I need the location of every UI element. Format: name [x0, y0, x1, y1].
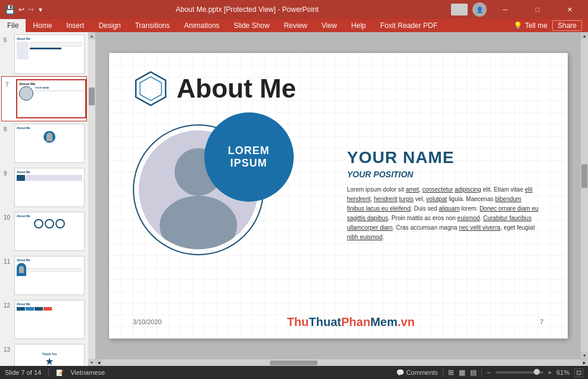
brand-vn: .vn: [397, 315, 415, 328]
slide-panel: 6 About Me: [0, 32, 95, 366]
title-bar: 💾 ↩ ↪ ▼ About Me.pptx [Protected View] -…: [0, 0, 588, 19]
zoom-level: 61%: [556, 369, 570, 376]
zoom-thumb: [534, 369, 540, 375]
h-scroll-track: [102, 360, 581, 366]
tab-insert[interactable]: Insert: [59, 19, 91, 32]
ribbon-right: 💡 Tell me Share: [514, 20, 588, 31]
slide-num-9: 9: [4, 170, 12, 177]
body-text: Lorem ipsum dolor sit amet, consectetur …: [347, 185, 550, 242]
slide-num-12: 12: [4, 302, 12, 309]
tab-foxit[interactable]: Foxit Reader PDF: [373, 19, 444, 32]
language-label: Vietnamese: [70, 369, 105, 376]
tab-view[interactable]: View: [315, 19, 344, 32]
slide-num-10: 10: [4, 214, 12, 221]
undo-icon[interactable]: ↩: [18, 5, 24, 14]
scroll-thumb: [89, 87, 95, 105]
brand-phan: Phan: [341, 315, 371, 328]
tell-me-box[interactable]: 💡 Tell me: [514, 21, 547, 30]
canvas-scroll-thumb: [581, 164, 587, 188]
status-bar: Slide 7 of 14 📝 Vietnamese 💬 Comments ⊞ …: [0, 366, 588, 379]
slide-info: Slide 7 of 14: [5, 369, 41, 376]
comments-button[interactable]: 💬 Comments: [396, 369, 438, 377]
scroll-track: [88, 39, 95, 359]
footer-page-num: 7: [540, 318, 543, 325]
slide-thumb-10[interactable]: 10 About Me: [0, 209, 88, 253]
slide-list: 6 About Me: [0, 32, 88, 366]
lorem-circle: LOREM IPSUM: [204, 112, 294, 202]
slide-thumb-8[interactable]: 8 About Me: [0, 121, 88, 165]
slide-thumb-6[interactable]: 6 About Me: [0, 32, 88, 76]
scroll-up-button[interactable]: ▲: [88, 32, 95, 39]
slide-canvas-area: About Me: [95, 32, 581, 359]
slide-num-6: 6: [4, 37, 12, 43]
slide-thumb-9[interactable]: 9 About Me: [0, 165, 88, 209]
your-position: YOUR POSITION: [347, 170, 550, 179]
footer-brand: ThuThuatPhanMem.vn: [287, 315, 415, 329]
slide-preview-7: About Me YOUR NAME: [16, 79, 86, 118]
slide-preview-10: About Me: [14, 212, 85, 251]
slide-preview-6: About Me: [14, 35, 85, 74]
title-bar-left: 💾 ↩ ↪ ▼: [5, 5, 43, 14]
tab-help[interactable]: Help: [344, 19, 374, 32]
slide-title-area: About Me: [133, 71, 296, 107]
lightbulb-icon: 💡: [514, 21, 522, 30]
tab-transitions[interactable]: Transitions: [128, 19, 177, 32]
ribbon: File Home Insert Design Transitions Anim…: [0, 19, 588, 32]
comments-label: Comments: [406, 369, 438, 376]
h-scroll-thumb: [270, 361, 318, 365]
tab-home[interactable]: Home: [26, 19, 59, 32]
slide-thumb-11[interactable]: 11 About Me: [0, 253, 88, 297]
h-scroll-right[interactable]: ►: [581, 359, 588, 367]
slide-panel-scrollbar[interactable]: ▲ ▼: [88, 32, 95, 366]
slide-canvas: About Me: [109, 53, 568, 339]
close-button[interactable]: ✕: [556, 0, 583, 19]
minimize-button[interactable]: ─: [491, 0, 519, 19]
slide-preview-8: About Me: [14, 124, 85, 163]
slide-num-11: 11: [4, 258, 12, 265]
slide-sorter-icon[interactable]: ▦: [459, 368, 465, 377]
slide-num-8: 8: [4, 126, 12, 133]
canvas-scroll-up[interactable]: ▲: [581, 32, 588, 39]
share-button[interactable]: Share: [552, 20, 582, 31]
slide-preview-9: About Me: [14, 168, 85, 207]
slide-thumb-12[interactable]: 12 About Me: [0, 297, 88, 342]
canvas-scrollbar: ▲ ▼: [581, 32, 588, 359]
slide-preview-12: About Me: [14, 300, 85, 339]
tab-design[interactable]: Design: [91, 19, 127, 32]
h-scroll-left[interactable]: ◄: [95, 359, 102, 367]
zoom-out-icon[interactable]: −: [487, 369, 490, 376]
canvas-scroll-down[interactable]: ▼: [581, 352, 588, 359]
title-bar-controls: 👤 ─ □ ✕: [451, 0, 583, 19]
footer-date: 3/10/2020: [133, 318, 162, 325]
right-content: YOUR NAME YOUR POSITION Lorem ipsum dolo…: [347, 148, 550, 242]
save-icon[interactable]: 💾: [5, 5, 15, 14]
tell-me-label: Tell me: [525, 21, 547, 30]
svg-marker-0: [46, 358, 54, 365]
reading-view-icon[interactable]: ▤: [470, 368, 477, 377]
your-name: YOUR NAME: [347, 148, 550, 167]
tab-file[interactable]: File: [0, 19, 26, 32]
normal-view-icon[interactable]: ⊞: [448, 368, 454, 377]
notes-icon: 📝: [56, 369, 63, 376]
tab-slideshow[interactable]: Slide Show: [226, 19, 276, 32]
slide-thumb-7[interactable]: 7 About Me YOUR NAME: [1, 76, 87, 121]
brand-mem: Mem: [371, 315, 398, 328]
slide-thumb-13[interactable]: 13 Thank You: [0, 342, 88, 366]
slide-num-13: 13: [4, 346, 12, 353]
tab-review[interactable]: Review: [276, 19, 314, 32]
fit-slide-icon[interactable]: ⊡: [574, 368, 583, 377]
restore-button[interactable]: □: [524, 0, 551, 19]
lorem-line2: IPSUM: [230, 157, 267, 170]
scroll-down-button[interactable]: ▼: [88, 359, 95, 366]
lorem-line1: LOREM: [228, 145, 270, 157]
svg-point-4: [160, 196, 237, 249]
main-area: 6 About Me: [0, 32, 588, 366]
slide-preview-11: About Me: [14, 256, 85, 295]
zoom-slider[interactable]: [496, 371, 543, 374]
customize-icon[interactable]: ▼: [38, 7, 43, 13]
canvas-scroll-track: [581, 39, 588, 352]
svg-marker-2: [140, 77, 161, 101]
zoom-in-icon[interactable]: +: [548, 369, 552, 376]
tab-animations[interactable]: Animations: [177, 19, 226, 32]
redo-icon[interactable]: ↪: [28, 5, 34, 14]
